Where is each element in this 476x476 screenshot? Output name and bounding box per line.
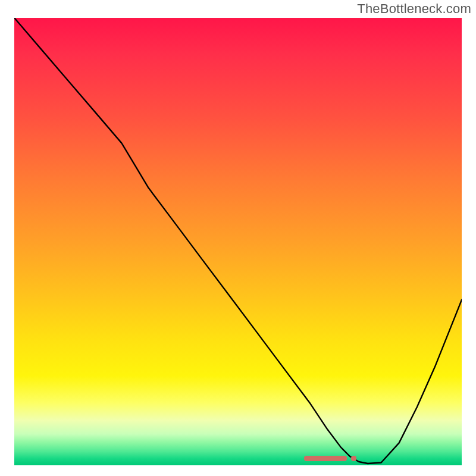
trough-marker-dot <box>351 456 356 461</box>
chart-curve <box>14 18 462 465</box>
chart-area <box>14 18 462 465</box>
watermark-text: TheBottleneck.com <box>357 1 471 17</box>
trough-marker <box>304 456 347 461</box>
